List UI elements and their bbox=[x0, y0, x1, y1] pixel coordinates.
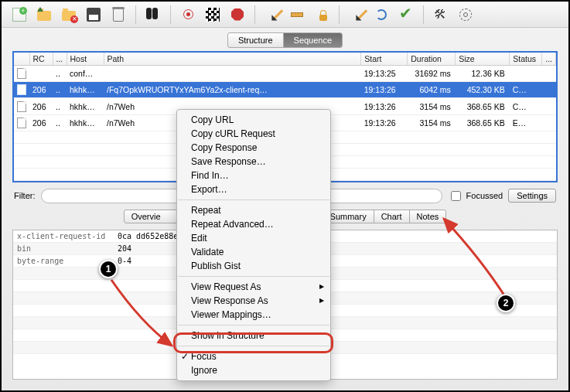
menu-save-response[interactable]: Save Response… bbox=[177, 155, 330, 169]
context-menu[interactable]: Copy URL Copy cURL Request Copy Response… bbox=[176, 109, 331, 381]
menu-publish-gist[interactable]: Publish Gist bbox=[177, 259, 330, 273]
menu-view-request-as[interactable]: View Request As bbox=[177, 280, 330, 294]
col-size[interactable]: Size bbox=[456, 53, 510, 66]
col-host[interactable]: Host bbox=[67, 53, 104, 66]
tab-structure[interactable]: Structure bbox=[228, 33, 283, 47]
col-last[interactable]: ... bbox=[542, 53, 556, 66]
tab-overview[interactable]: Overvie bbox=[125, 210, 168, 223]
checkmark-button[interactable]: ✔ bbox=[394, 4, 418, 25]
refresh-button[interactable] bbox=[370, 4, 393, 25]
col-status[interactable]: Status bbox=[510, 53, 542, 66]
menu-focus[interactable]: Focus bbox=[177, 349, 330, 363]
tab-sequence[interactable]: Sequence bbox=[283, 33, 343, 47]
toolbar: + ✔ 🛠 bbox=[2, 2, 568, 28]
table-row[interactable]: ..conf…19:13:2531692 ms12.36 KB bbox=[14, 66, 556, 82]
stop-button[interactable] bbox=[226, 4, 249, 25]
menu-show-in-structure[interactable]: Show in Structure bbox=[177, 329, 330, 343]
menu-copy-curl[interactable]: Copy cURL Request bbox=[177, 127, 330, 141]
open-folder-button[interactable] bbox=[32, 4, 56, 25]
record-button[interactable] bbox=[176, 4, 200, 25]
file-icon bbox=[17, 118, 26, 128]
binoculars-button[interactable] bbox=[142, 4, 165, 25]
save-button[interactable] bbox=[82, 4, 105, 25]
menu-copy-url[interactable]: Copy URL bbox=[177, 113, 330, 127]
menu-edit[interactable]: Edit bbox=[177, 231, 330, 245]
new-file-button[interactable]: + bbox=[8, 4, 31, 25]
callout-1: 1 bbox=[99, 260, 118, 278]
col-path[interactable]: Path bbox=[104, 53, 361, 66]
menu-viewer-mappings[interactable]: Viewer Mappings… bbox=[177, 308, 330, 322]
tab-notes[interactable]: Notes bbox=[409, 210, 446, 223]
file-icon bbox=[17, 68, 26, 79]
col-start[interactable]: Start bbox=[361, 53, 408, 66]
file-icon bbox=[17, 101, 26, 112]
focussed-checkbox[interactable] bbox=[451, 191, 461, 201]
lock-button[interactable] bbox=[310, 4, 333, 25]
col-icon[interactable] bbox=[14, 53, 29, 66]
pencil-button[interactable] bbox=[261, 4, 284, 25]
tab-chart[interactable]: Chart bbox=[374, 210, 409, 223]
menu-export[interactable]: Export… bbox=[177, 182, 330, 196]
edit-pencil-button[interactable] bbox=[345, 4, 368, 25]
menu-repeat[interactable]: Repeat bbox=[177, 203, 330, 217]
col-dots[interactable]: ... bbox=[53, 53, 67, 66]
menu-copy-response[interactable]: Copy Response bbox=[177, 141, 330, 155]
col-duration[interactable]: Duration bbox=[408, 53, 456, 66]
file-icon bbox=[17, 84, 26, 95]
col-rc[interactable]: RC bbox=[29, 53, 53, 66]
menu-ignore[interactable]: Ignore bbox=[177, 363, 330, 377]
filter-label: Filter: bbox=[14, 191, 36, 200]
ruler-button[interactable] bbox=[285, 4, 309, 25]
settings-button[interactable]: Settings bbox=[508, 189, 556, 203]
menu-view-response-as[interactable]: View Response As bbox=[177, 294, 330, 308]
menu-find-in[interactable]: Find In… bbox=[177, 169, 330, 182]
menu-repeat-advanced[interactable]: Repeat Advanced… bbox=[177, 217, 330, 231]
callout-2: 2 bbox=[497, 294, 515, 312]
trash-button[interactable] bbox=[107, 4, 130, 25]
tools-button[interactable]: 🛠 bbox=[429, 4, 452, 25]
close-folder-button[interactable] bbox=[57, 4, 80, 25]
flag-button[interactable] bbox=[201, 4, 224, 25]
focussed-label: Focussed bbox=[466, 191, 503, 200]
table-row[interactable]: 206..hkhk…/Fq7OpkWRUORTYxYAm6Ya2x-client… bbox=[14, 82, 556, 98]
settings-gear-button[interactable] bbox=[454, 4, 477, 25]
menu-validate[interactable]: Validate bbox=[177, 245, 330, 259]
view-tabs: Structure Sequence bbox=[2, 28, 568, 51]
